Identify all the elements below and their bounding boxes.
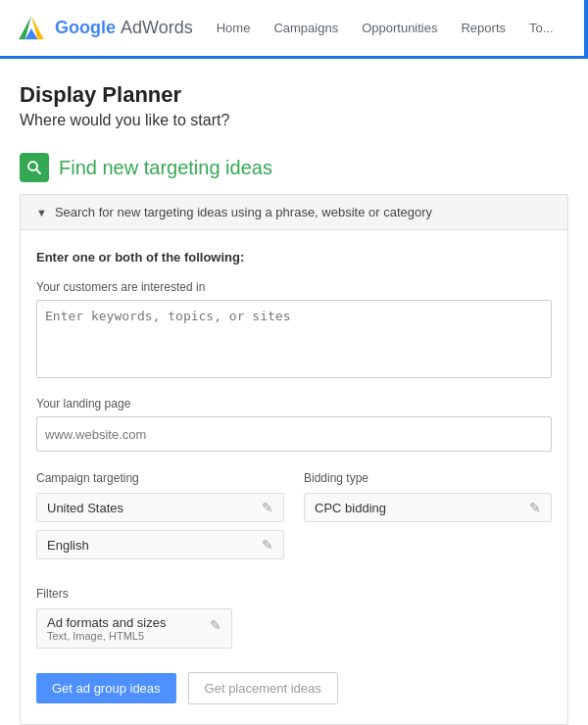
logo-google: Google <box>55 18 121 37</box>
nav-home[interactable]: Home <box>217 17 251 39</box>
bidding-value: CPC bidding <box>315 501 529 515</box>
filter-edit-icon: ✎ <box>210 617 221 633</box>
magnifier-icon <box>25 159 43 176</box>
logo-adwords: AdWords <box>121 18 193 37</box>
find-targeting-title: Find new targeting ideas <box>59 157 272 179</box>
targeting-card: ▼ Search for new targeting ideas using a… <box>20 194 568 725</box>
page-title: Display Planner <box>20 82 568 108</box>
bidding-edit-icon: ✎ <box>529 500 541 515</box>
nav-links: Home Campaigns Opportunities Reports To.… <box>217 17 572 39</box>
campaign-targeting-label: Campaign targeting <box>36 471 284 485</box>
card-header-text: Search for new targeting ideas using a p… <box>55 205 432 219</box>
nav-reports[interactable]: Reports <box>461 17 506 39</box>
button-row: Get ad group ideas Get placement ideas <box>36 672 552 704</box>
targeting-bidding-cols: Campaign targeting United States ✎ Engli… <box>36 471 552 567</box>
language-select[interactable]: English ✎ <box>36 530 284 559</box>
svg-line-5 <box>36 169 40 173</box>
bidding-select[interactable]: CPC bidding ✎ <box>304 493 552 522</box>
get-placement-button[interactable]: Get placement ideas <box>188 672 338 704</box>
get-ad-group-button[interactable]: Get ad group ideas <box>36 673 176 703</box>
landing-label: Your landing page <box>36 397 552 411</box>
filters-label: Filters <box>36 587 552 601</box>
logo-icon <box>16 13 47 44</box>
filters-section: Filters Ad formats and sizes Text, Image… <box>36 587 552 649</box>
landing-page-input[interactable] <box>36 416 552 452</box>
ad-formats-filter[interactable]: Ad formats and sizes Text, Image, HTML5 … <box>36 608 232 649</box>
campaign-targeting-col: Campaign targeting United States ✎ Engli… <box>36 471 284 567</box>
filter-title: Ad formats and sizes <box>47 615 210 630</box>
page-subtitle: Where would you like to start? <box>20 112 568 129</box>
card-header[interactable]: ▼ Search for new targeting ideas using a… <box>21 195 567 230</box>
nav-opportunities[interactable]: Opportunities <box>362 17 437 39</box>
bidding-type-col: Bidding type CPC bidding ✎ <box>304 471 552 567</box>
nav-campaigns[interactable]: Campaigns <box>273 17 338 39</box>
location-value: United States <box>47 501 262 515</box>
filter-row-content: Ad formats and sizes Text, Image, HTML5 <box>47 615 210 642</box>
card-body: Enter one or both of the following: Your… <box>21 230 567 724</box>
filter-sub: Text, Image, HTML5 <box>47 630 210 642</box>
chevron-down-icon: ▼ <box>36 207 47 218</box>
language-edit-icon: ✎ <box>262 537 273 553</box>
location-select[interactable]: United States ✎ <box>36 493 284 522</box>
customers-label: Your customers are interested in <box>36 280 552 294</box>
logo: Google AdWords <box>16 13 193 44</box>
search-icon-circle <box>20 153 49 182</box>
location-edit-icon: ✎ <box>262 500 273 515</box>
keywords-input[interactable] <box>36 300 552 378</box>
nav-right-bar <box>584 0 588 59</box>
form-label-bold: Enter one or both of the following: <box>36 250 552 265</box>
section-header: Find new targeting ideas <box>20 153 568 182</box>
main-content: Display Planner Where would you like to … <box>0 59 588 725</box>
logo-text: Google AdWords <box>55 18 193 38</box>
language-value: English <box>47 538 262 553</box>
nav-tools[interactable]: To... <box>529 17 554 39</box>
navbar: Google AdWords Home Campaigns Opportunit… <box>0 0 588 59</box>
bidding-type-label: Bidding type <box>304 471 552 485</box>
